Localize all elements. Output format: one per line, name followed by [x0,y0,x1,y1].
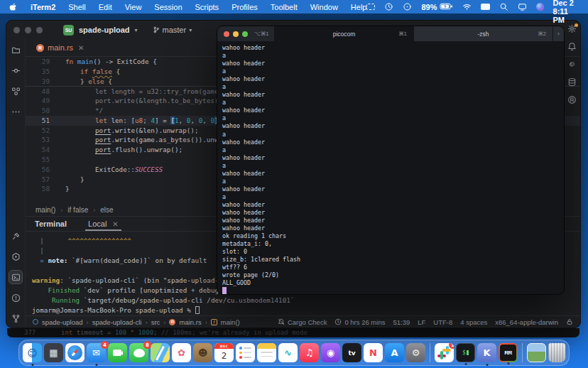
dock-mail[interactable]: ✉4 [87,343,106,362]
status-circle-icon[interactable] [403,2,412,11]
dock-facetime[interactable] [108,343,127,362]
running-indicator [95,364,97,366]
dock-kicad[interactable]: K [477,343,496,362]
minimize-window-button[interactable] [233,31,239,37]
menu-bar-clock[interactable]: Mon Dec 2 8:11 PM [553,0,579,24]
breadcrumb-item[interactable]: else [100,206,113,214]
iterm-tab-picocom[interactable]: picocom⌘1 [274,26,413,41]
status-breadcrumb-item[interactable]: src [151,318,160,326]
status-breadcrumb-item[interactable]: spade-upload [42,318,83,326]
database-icon[interactable] [567,77,577,87]
settings-gear-icon[interactable] [567,24,577,33]
dock-freeform[interactable]: ∿ [278,343,298,362]
dock-calendar[interactable]: DEC2 [214,343,234,362]
status-cargo-check[interactable]: Cargo Check [278,318,327,326]
wifi-icon[interactable] [462,2,472,11]
dock-safari[interactable] [65,343,85,362]
menu-edit[interactable]: Edit [99,3,112,11]
close-window-button[interactable] [13,27,20,33]
dock-downloads-stack[interactable] [527,343,546,362]
breadcrumb-item[interactable]: if false [67,206,88,214]
background-editor-window[interactable]: 377 int timeout = 100 * 1000; // 100ms; … [7,328,579,337]
dock-contacts[interactable]: ☻ [193,343,212,362]
status-4-spaces[interactable]: 4 spaces [460,318,487,326]
menu-view[interactable]: View [125,3,142,11]
dock-launchpad[interactable]: ▦ [44,343,63,362]
status-breadcrumb-item[interactable]: main.rs [179,318,201,326]
zoom-window-button[interactable] [36,27,43,33]
notifications-bell-icon[interactable] [567,42,577,51]
run-icon[interactable] [9,250,22,263]
menu-iterm2[interactable]: iTerm2 [31,3,55,11]
dock-messages[interactable]: 8 [129,343,148,362]
iterm-tab-bar: ⌥⌘1 picocom⌘1-zsh⌘2 + [217,26,564,41]
project-folder-icon[interactable] [9,43,22,56]
dock-news[interactable]: N [364,343,383,362]
new-tab-button[interactable]: + [552,26,564,41]
breadcrumb-item[interactable]: main() [36,206,55,214]
dock-finder[interactable]: ☺ [23,343,42,362]
menu-window[interactable]: Window [310,3,338,11]
dock-trash[interactable] [548,343,565,362]
terminal-line: slot: 0 [222,248,559,256]
iterm-tab-zsh[interactable]: -zsh⌘2 [413,26,552,41]
dock-rustrover[interactable]: RR [499,343,518,362]
status-51-39[interactable]: 51:39 [393,318,410,326]
build-icon[interactable] [9,229,22,242]
status-breadcrumb-item[interactable]: spade-upload-cli [92,318,142,326]
chevron-down-icon: ▾ [135,27,138,33]
menu-session[interactable]: Session [154,3,182,11]
close-window-button[interactable] [224,31,229,37]
dock-tv[interactable]: tv [342,343,361,362]
menu-shell[interactable]: Shell [68,3,85,11]
tab-main-rs[interactable]: R main.rs ✕ [30,39,90,56]
status-0-hrs-26-mins[interactable]: 0 hrs 26 mins [334,318,385,326]
dock-iterm2[interactable]: $ [456,343,475,362]
zoom-window-button[interactable] [242,31,248,37]
ai-assistant-icon[interactable] [567,60,577,69]
close-tab-icon[interactable]: ✕ [78,44,84,52]
menu-scripts[interactable]: Scripts [195,3,219,11]
dock-podcasts[interactable]: ◉ [321,343,340,362]
structure-icon[interactable] [9,85,22,97]
branch-widget[interactable]: master ▾ [153,26,192,34]
apple-menu-icon[interactable] [9,2,18,12]
input-source-icon[interactable] [481,4,490,10]
menu-help[interactable]: Help [351,3,367,11]
menu-profiles[interactable]: Profiles [232,3,258,11]
screenshot-icon[interactable] [366,4,375,10]
battery-icon[interactable]: 89% [421,2,452,12]
lock-open-icon[interactable] [566,318,573,325]
search-icon[interactable] [499,2,508,11]
code-text: } else { [50,77,112,87]
minimize-window-button[interactable] [25,27,31,33]
more-icon[interactable] [9,105,22,118]
dock-photos[interactable]: ✿ [172,343,191,362]
dock-maps[interactable] [151,343,170,362]
siri-icon[interactable] [536,3,544,11]
git-icon[interactable] [9,312,22,325]
status-x86-64-apple-darwin[interactable]: x86_64-apple-darwin [495,318,558,326]
dock-notes[interactable] [257,343,276,362]
close-terminal-tab-icon[interactable]: ✕ [112,220,118,228]
status-lf[interactable]: LF [418,318,425,326]
status-utf-8[interactable]: UTF-8 [433,318,452,326]
terminal-tab-local[interactable]: Local ✕ [88,217,119,231]
dock-slack[interactable]: 1 [435,343,454,362]
dock-reminders[interactable] [236,343,255,362]
rust-plugin-icon[interactable] [567,95,577,104]
line-number: 48 [26,87,50,96]
display-icon[interactable] [518,2,527,11]
dock-music[interactable]: ♫ [300,343,319,362]
problems-icon[interactable] [9,291,22,304]
status-breadcrumb-item[interactable]: main() [221,318,240,326]
dock-system-settings[interactable]: ⚙ [406,343,425,362]
clock-icon[interactable] [384,2,393,11]
commit-icon[interactable] [9,64,22,77]
terminal-line: Running `target/debug/spade-upload-cli /… [32,296,580,305]
project-switcher[interactable]: spade-upload [79,26,130,34]
terminal-icon[interactable] [9,271,22,283]
dock-app-store[interactable]: A [385,343,404,362]
menu-toolbelt[interactable]: Toolbelt [271,3,298,11]
iterm-terminal-output[interactable]: wahoo headerawahoo headerawahoo headeraw… [217,41,564,294]
